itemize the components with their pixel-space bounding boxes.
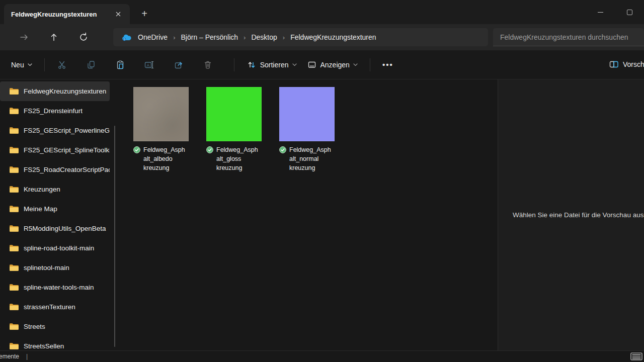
sidebar-item-kreuzungen[interactable]: › Kreuzungen xyxy=(0,179,110,199)
sidebar-item-label: splinetool-main xyxy=(24,264,69,272)
sidebar-item-r5moddingutils[interactable]: › R5ModdingUtils_OpenBeta xyxy=(0,219,110,238)
sidebar-item-fs25-gescript-powerline[interactable]: › FS25_GEScript_PowerlineGe xyxy=(0,121,110,140)
file-thumbnail[interactable] xyxy=(279,87,335,141)
sidebar-item-spline-road-toolkit[interactable]: › spline-road-toolkit-main xyxy=(0,238,110,258)
paste-button[interactable] xyxy=(110,56,130,74)
breadcrumb-separator: › xyxy=(280,34,287,41)
file-label: Feldweg_Asph alt_normal kreuzung xyxy=(279,145,335,172)
sort-icon xyxy=(247,60,257,70)
tab-active[interactable]: FeldwegKreuzungstexturen xyxy=(4,4,130,24)
sidebar-item-splinetool-main[interactable]: › splinetool-main xyxy=(0,258,110,278)
sidebar-item-label: spline-road-toolkit-main xyxy=(24,244,94,252)
new-button[interactable]: Neu xyxy=(6,57,37,73)
chevron-right-icon[interactable]: › xyxy=(0,244,2,252)
sidebar-item-fs25-drensteinfurt[interactable]: › FS25_Drensteinfurt xyxy=(0,101,110,121)
chevron-right-icon[interactable]: › xyxy=(0,87,2,96)
folder-icon xyxy=(9,303,19,311)
chevron-right-icon[interactable]: › xyxy=(0,225,2,233)
file-list-area: Feldweg_Asph alt_albedo kreuzung Feldweg… xyxy=(120,79,497,350)
chevron-right-icon[interactable]: › xyxy=(0,284,2,292)
search-input[interactable] xyxy=(493,28,644,46)
preview-toggle-label: Vorschau xyxy=(623,60,644,68)
sort-button[interactable]: Sortieren xyxy=(242,56,302,74)
sidebar-item-strassentexturen[interactable]: › strassenTexturen xyxy=(0,297,110,317)
file-name-line: Feldweg_Asph xyxy=(216,145,262,154)
chevron-down-icon xyxy=(292,63,297,66)
delete-button[interactable] xyxy=(198,56,218,74)
folder-icon xyxy=(9,166,19,173)
command-toolbar: Neu xyxy=(0,50,644,79)
sidebar-item-meine-map[interactable]: › Meine Map xyxy=(0,199,110,219)
sidebar-item-label: FS25_GEScript_PowerlineGe xyxy=(24,127,110,134)
chevron-right-icon[interactable]: › xyxy=(0,166,2,174)
file-tile-gloss[interactable]: Feldweg_Asph alt_gloss kreuzung xyxy=(206,87,262,172)
file-name-line: alt_normal xyxy=(289,154,335,163)
new-button-label: Neu xyxy=(11,61,24,69)
rename-icon: A xyxy=(144,60,154,70)
view-button[interactable]: Anzeigen xyxy=(302,56,363,74)
status-bar: emente | xyxy=(0,350,644,362)
chevron-right-icon[interactable]: › xyxy=(0,146,2,154)
file-name-line: kreuzung xyxy=(289,163,335,172)
maximize-icon xyxy=(627,10,632,15)
breadcrumb-item-current-folder[interactable]: FeldwegKreuzungstexturen xyxy=(287,31,379,43)
status-divider: | xyxy=(26,353,28,360)
sidebar-item-spline-water-tools[interactable]: › spline-water-tools-main xyxy=(0,278,110,297)
sidebar-item-fs25-gescript-splinetoolkit[interactable]: › FS25_GEScript_SplineToolki xyxy=(0,140,110,160)
details-view-toggle[interactable] xyxy=(630,352,644,362)
breadcrumb-item-desktop[interactable]: Desktop xyxy=(248,31,280,43)
preview-pane: Wählen Sie eine Datei für die Vorschau a… xyxy=(498,79,644,350)
preview-toggle-button[interactable]: Vorschau xyxy=(606,56,644,73)
sidebar-item-label: FS25_GEScript_SplineToolki xyxy=(24,146,110,154)
cut-button[interactable] xyxy=(52,56,72,74)
maximize-button[interactable] xyxy=(615,0,644,24)
file-name-line: alt_albedo xyxy=(143,154,189,163)
breadcrumb-separator: › xyxy=(171,34,178,41)
file-name-line: kreuzung xyxy=(216,163,262,172)
sidebar-item-label: Streets xyxy=(24,323,45,330)
chevron-right-icon[interactable]: › xyxy=(0,342,2,350)
view-button-label: Anzeigen xyxy=(320,61,350,69)
file-thumbnail[interactable] xyxy=(206,87,262,141)
chevron-right-icon[interactable]: › xyxy=(0,186,2,194)
file-tile-albedo[interactable]: Feldweg_Asph alt_albedo kreuzung xyxy=(133,87,189,172)
tab-bar: FeldwegKreuzungstexturen + xyxy=(0,0,644,24)
forward-button[interactable] xyxy=(15,28,33,46)
sidebar-item-streets[interactable]: › Streets xyxy=(0,317,110,336)
share-icon xyxy=(174,60,184,70)
file-label: Feldweg_Asph alt_gloss kreuzung xyxy=(206,145,262,172)
file-name-line: alt_gloss xyxy=(216,154,262,163)
chevron-right-icon[interactable]: › xyxy=(0,323,2,331)
chevron-right-icon[interactable]: › xyxy=(0,107,2,115)
more-options-button[interactable]: ••• xyxy=(377,56,398,73)
item-count-text: emente xyxy=(0,353,19,360)
sidebar-item-feldwegkreuzungstexturen[interactable]: › FeldwegKreuzungstexturen xyxy=(0,81,110,101)
toolbar-divider xyxy=(234,58,234,71)
refresh-button[interactable] xyxy=(74,28,93,46)
up-button[interactable] xyxy=(45,28,63,46)
chevron-right-icon[interactable]: › xyxy=(0,205,2,213)
file-thumbnail[interactable] xyxy=(133,87,189,141)
toolbar-divider xyxy=(44,58,45,71)
forward-arrow-icon xyxy=(19,32,29,42)
sidebar-scrollbar[interactable] xyxy=(114,126,115,347)
copy-button[interactable] xyxy=(81,56,101,74)
folder-icon xyxy=(9,264,19,272)
tab-close-button[interactable] xyxy=(112,8,125,21)
chevron-right-icon[interactable]: › xyxy=(0,303,2,311)
chevron-down-icon xyxy=(353,63,358,66)
rename-button[interactable]: A xyxy=(139,56,159,74)
list-view-icon xyxy=(630,352,644,360)
folder-icon xyxy=(9,146,19,154)
breadcrumb-item-onedrive[interactable]: OneDrive xyxy=(135,31,171,43)
chevron-right-icon[interactable]: › xyxy=(0,127,2,135)
share-button[interactable] xyxy=(169,56,189,74)
new-tab-button[interactable]: + xyxy=(137,6,152,21)
file-name-line: Feldweg_Asph xyxy=(143,145,189,154)
chevron-right-icon[interactable]: › xyxy=(0,264,2,272)
breadcrumb-item-user[interactable]: Björn – Persönlich xyxy=(178,31,241,43)
sidebar-item-streetssellen[interactable]: › StreetsSellen xyxy=(0,336,110,350)
file-tile-normal[interactable]: Feldweg_Asph alt_normal kreuzung xyxy=(279,87,335,172)
minimize-button[interactable] xyxy=(586,0,615,24)
sidebar-item-fs25-roadcreatorscript[interactable]: › FS25_RoadCreatorScriptPac xyxy=(0,160,110,179)
